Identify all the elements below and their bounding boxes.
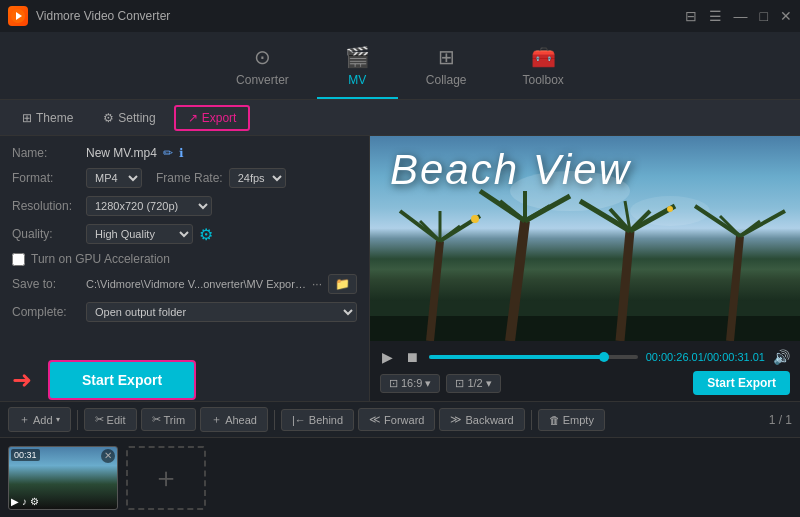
ahead-button[interactable]: ＋ Ahead <box>200 407 268 432</box>
add-label: Add <box>33 414 53 426</box>
theme-button[interactable]: ⊞ Theme <box>10 107 85 129</box>
title-bar-left: Vidmore Video Converter <box>8 6 170 26</box>
setting-button[interactable]: ⚙ Setting <box>91 107 167 129</box>
resolution-label: Resolution: <box>12 199 80 213</box>
start-export-section: ➜ Start Export <box>12 360 357 400</box>
filmstrip: 00:31 ✕ ▶ ♪ ⚙ ＋ <box>0 437 800 517</box>
behind-label: Behind <box>309 414 343 426</box>
path-dots-button[interactable]: ··· <box>312 277 322 291</box>
volume-icon[interactable]: 🔊 <box>773 349 790 365</box>
page-value: 1/2 <box>467 377 482 389</box>
svg-line-10 <box>440 226 460 241</box>
behind-button[interactable]: |← Behind <box>281 409 354 431</box>
svg-line-9 <box>420 221 440 241</box>
name-label: Name: <box>12 146 80 160</box>
start-export-right-button[interactable]: Start Export <box>693 371 790 395</box>
empty-button[interactable]: 🗑 Empty <box>538 409 605 431</box>
saveto-path: C:\Vidmore\Vidmore V...onverter\MV Expor… <box>86 278 306 290</box>
framerate-select[interactable]: 24fps 30fps 60fps <box>229 168 286 188</box>
svg-line-16 <box>525 206 550 221</box>
left-panel: Name: New MV.mp4 ✏ ℹ Format: MP4 AVI MOV… <box>0 136 370 401</box>
edit-label: Edit <box>107 414 126 426</box>
svg-point-30 <box>667 206 673 212</box>
quality-label: Quality: <box>12 227 80 241</box>
complete-select[interactable]: Open output folder Do nothing <box>86 302 357 322</box>
theme-label: Theme <box>36 111 73 125</box>
stop-button[interactable]: ⏹ <box>403 347 421 367</box>
gpu-checkbox[interactable] <box>12 253 25 266</box>
add-media-button[interactable]: ＋ <box>126 446 206 510</box>
tab-collage[interactable]: ⊞ Collage <box>398 37 495 99</box>
aspect-ratio-icon: ⊡ <box>389 377 398 390</box>
forward-label: Forward <box>384 414 424 426</box>
theme-icon: ⊞ <box>22 111 32 125</box>
progress-bar[interactable] <box>429 355 638 359</box>
aspect-ratio-arrow: ▾ <box>425 377 431 390</box>
setting-label: Setting <box>118 111 155 125</box>
film-thumbnail: 00:31 ✕ ▶ ♪ ⚙ <box>8 446 118 510</box>
framerate-label: Frame Rate: <box>156 171 223 185</box>
window-btn1[interactable]: ⊟ <box>685 9 697 23</box>
window-btn2[interactable]: ☰ <box>709 9 722 23</box>
add-button[interactable]: ＋ Add ▾ <box>8 407 71 432</box>
time-current: 00:00:26.01 <box>646 351 704 363</box>
folder-button[interactable]: 📁 <box>328 274 357 294</box>
close-button[interactable]: ✕ <box>780 9 792 23</box>
export-label: Export <box>202 111 237 125</box>
converter-icon: ⊙ <box>254 45 271 69</box>
quality-gear-icon[interactable]: ⚙ <box>199 225 213 244</box>
add-icon: ＋ <box>19 412 30 427</box>
film-close-button[interactable]: ✕ <box>101 449 115 463</box>
tab-collage-label: Collage <box>426 73 467 87</box>
collage-icon: ⊞ <box>438 45 455 69</box>
quality-select[interactable]: High Quality Medium Quality Low Quality <box>86 224 193 244</box>
edit-button[interactable]: ✂ Edit <box>84 408 137 431</box>
title-bar-right: ⊟ ☰ — □ ✕ <box>685 9 792 23</box>
saveto-row: Save to: C:\Vidmore\Vidmore V...onverter… <box>12 274 357 294</box>
film-duration: 00:31 <box>11 449 40 461</box>
bottom-toolbar: ＋ Add ▾ ✂ Edit ✂ Trim ＋ Ahead |← Behind … <box>0 401 800 437</box>
video-area: Beach View <box>370 136 800 341</box>
maximize-button[interactable]: □ <box>760 9 768 23</box>
minimize-button[interactable]: — <box>734 9 748 23</box>
resolution-select[interactable]: 1280x720 (720p) 1920x1080 (1080p) 640x48… <box>86 196 212 216</box>
page-icon: ⊡ <box>455 377 464 390</box>
mv-icon: 🎬 <box>345 45 370 69</box>
controls-row2: ⊡ 16:9 ▾ ⊡ 1/2 ▾ Start Export <box>380 371 790 395</box>
tab-toolbox[interactable]: 🧰 Toolbox <box>495 37 592 99</box>
ahead-icon: ＋ <box>211 412 222 427</box>
edit-icon[interactable]: ✏ <box>163 146 173 160</box>
svg-point-29 <box>471 215 479 223</box>
format-select[interactable]: MP4 AVI MOV <box>86 168 142 188</box>
behind-icon: |← <box>292 414 306 426</box>
trim-button[interactable]: ✂ Trim <box>141 408 197 431</box>
tab-mv[interactable]: 🎬 MV <box>317 37 398 99</box>
export-button[interactable]: ↗ Export <box>174 105 251 131</box>
page-button[interactable]: ⊡ 1/2 ▾ <box>446 374 500 393</box>
info-icon[interactable]: ℹ <box>179 146 184 160</box>
play-button[interactable]: ▶ <box>380 347 395 367</box>
tab-converter[interactable]: ⊙ Converter <box>208 37 317 99</box>
format-row: Format: MP4 AVI MOV Frame Rate: 24fps 30… <box>12 168 357 188</box>
name-row: Name: New MV.mp4 ✏ ℹ <box>12 146 357 160</box>
start-export-left-button[interactable]: Start Export <box>48 360 196 400</box>
film-play-icon: ▶ <box>11 496 19 507</box>
ahead-label: Ahead <box>225 414 257 426</box>
player-controls: ▶ ⏹ 00:00:26.01/00:00:31.01 🔊 ⊡ 16:9 ▾ <box>370 341 800 401</box>
edit-icon: ✂ <box>95 413 104 426</box>
forward-button[interactable]: ≪ Forward <box>358 408 435 431</box>
trim-label: Trim <box>164 414 186 426</box>
aspect-ratio-button[interactable]: ⊡ 16:9 ▾ <box>380 374 440 393</box>
backward-button[interactable]: ≫ Backward <box>439 408 524 431</box>
svg-point-2 <box>510 171 630 211</box>
progress-thumb <box>599 352 609 362</box>
backward-icon: ≫ <box>450 413 462 426</box>
setting-icon: ⚙ <box>103 111 114 125</box>
time-total: 00:00:31.01 <box>707 351 765 363</box>
app-icon <box>8 6 28 26</box>
complete-label: Complete: <box>12 305 80 319</box>
empty-icon: 🗑 <box>549 414 560 426</box>
separator1 <box>77 410 78 430</box>
tab-toolbox-label: Toolbox <box>523 73 564 87</box>
palm-scene-svg <box>370 161 800 341</box>
